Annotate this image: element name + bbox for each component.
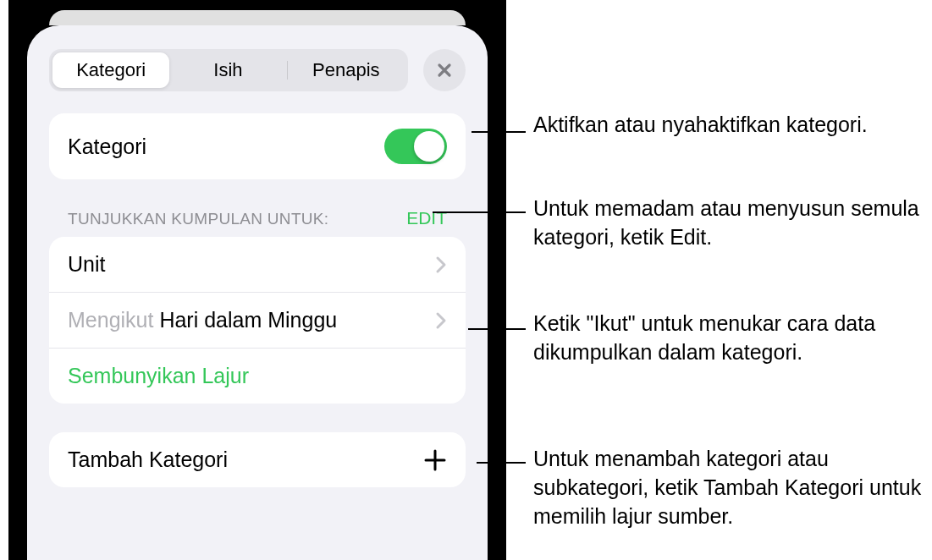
row-unit[interactable]: Unit [49,237,466,292]
section-header-label: TUNJUKKAN KUMPULAN UNTUK: [68,210,328,228]
groups-card: Unit Mengikut Hari dalam Minggu Sembunyi… [49,237,466,404]
toggle-label: Kategori [68,135,384,159]
tab-isih[interactable]: Isih [169,52,286,88]
callout-line-4 [477,462,526,464]
toggle-row: Kategori [49,113,466,179]
chevron-right-icon [435,255,447,274]
tab-kategori[interactable]: Kategori [52,52,169,88]
categories-toggle[interactable] [384,129,447,164]
callout-2: Untuk memadam atau menyusun semula kateg… [533,195,923,252]
add-card: Tambah Kategori [49,432,466,487]
sheet-header: Kategori Isih Penapis [49,49,466,91]
row-unit-label: Unit [68,252,435,277]
row-by-day[interactable]: Mengikut Hari dalam Minggu [49,292,466,348]
toggle-card: Kategori [49,113,466,179]
by-value: Hari dalam Minggu [159,308,337,332]
hide-column-label: Sembunyikan Lajur [68,364,447,388]
segmented-control: Kategori Isih Penapis [49,49,408,91]
plus-icon [423,448,447,472]
section-header: TUNJUKKAN KUMPULAN UNTUK: EDIT [49,179,466,237]
row-hide-column[interactable]: Sembunyikan Lajur [49,348,466,404]
callout-line-3 [468,328,526,330]
close-icon [436,62,453,79]
add-category-label: Tambah Kategori [68,447,423,472]
chevron-right-icon [435,311,447,330]
callout-3: Ketik "Ikut" untuk menukar cara data dik… [533,310,923,367]
spacer [49,404,466,432]
callout-1: Aktifkan atau nyahaktifkan kategori. [533,111,923,140]
add-category-row[interactable]: Tambah Kategori [49,432,466,487]
toggle-knob [414,131,444,162]
callout-4: Untuk menambah kategori atau subkategori… [533,445,923,530]
callout-line-1 [472,131,526,133]
tab-penapis[interactable]: Penapis [288,52,405,88]
panel-chrome: Kategori Isih Penapis Kategori TUNJUKKAN… [8,0,506,560]
row-by-day-label: Mengikut Hari dalam Minggu [68,308,435,332]
sheet-back-edge [49,10,466,25]
close-button[interactable] [423,49,466,91]
callout-line-2 [433,211,526,213]
by-prefix: Mengikut [68,308,159,332]
settings-sheet: Kategori Isih Penapis Kategori TUNJUKKAN… [27,25,488,560]
